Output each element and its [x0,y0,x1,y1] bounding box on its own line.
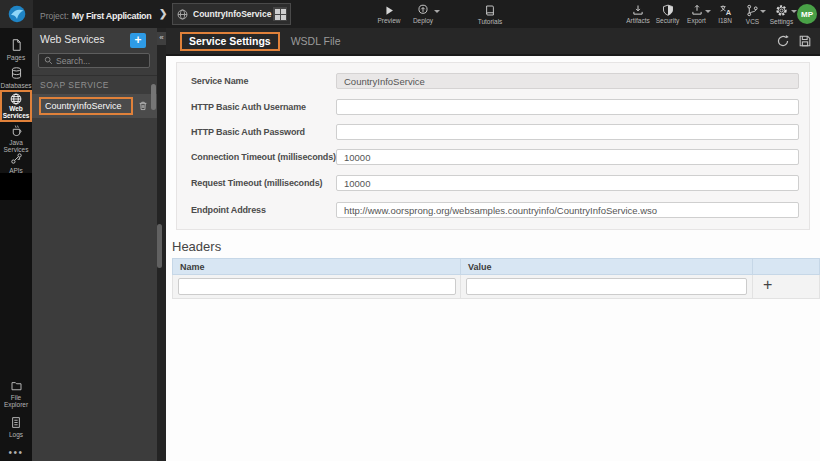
globe-icon [10,93,22,105]
connection-timeout-input[interactable] [336,149,799,165]
i18n-button[interactable]: A I18N [711,0,739,28]
branch-icon [746,4,759,17]
topbar-tutorials: Tutorials [473,0,507,28]
delete-service-button[interactable] [138,100,148,111]
trash-icon [138,100,148,111]
panel-title: Web Services [40,28,105,50]
endpoint-address-input[interactable] [336,202,799,218]
form-row-connection-timeout: Connection Timeout (milliseconds) [177,149,809,165]
api-icon [10,152,23,165]
log-file-icon [10,416,22,429]
service-settings-form: Service Name HTTP Basic Auth Username HT… [176,62,810,230]
vcs-button[interactable]: VCS [739,0,766,28]
rail-overflow-button[interactable]: ••• [0,447,32,458]
form-row-password: HTTP Basic Auth Password [177,124,809,140]
form-row-request-timeout: Request Timeout (milliseconds) [177,175,809,191]
collapse-strip: « [157,28,166,461]
topbar-actions-left: Preview Deploy [372,0,440,28]
project-breadcrumb: Project:My First Application [40,0,152,28]
deploy-button[interactable]: Deploy [406,0,440,28]
search-box[interactable] [38,53,150,68]
settings-button[interactable]: Settings [766,0,797,28]
http-password-input[interactable] [336,124,799,140]
main-area: Service Settings WSDL File Service Name … [166,28,820,461]
app-window: Project:My First Application ❯ CountryIn… [0,0,820,461]
add-service-button[interactable]: + [130,33,146,48]
sidebar-item-apis[interactable]: APIs [0,152,32,171]
shield-icon [662,4,674,16]
service-list-item[interactable]: CountryInfoService [32,94,157,118]
gear-icon [775,4,788,17]
sidebar-item-web-services[interactable]: Web Services [0,90,32,122]
request-timeout-input[interactable] [336,175,799,191]
breadcrumb-service-name: CountryInfoService [193,9,273,19]
service-item-label: CountryInfoService [41,101,122,111]
artifacts-button[interactable]: Artifacts [623,0,653,28]
panel-divider [32,75,157,76]
service-item-highlight[interactable]: CountryInfoService [39,97,133,115]
save-icon[interactable] [798,34,812,48]
page-icon [10,38,23,52]
deploy-chevron-icon [434,10,440,13]
headers-table-row: + [172,275,820,299]
user-avatar[interactable]: MP [797,4,817,24]
http-username-input[interactable] [336,99,799,115]
preview-button[interactable]: Preview [372,0,406,28]
soap-service-section-label: SOAP SERVICE [40,80,109,90]
app-logo[interactable] [0,0,33,28]
add-header-button[interactable]: + [763,276,772,294]
field-label: Service Name [191,73,248,89]
sidebar-item-pages[interactable]: Pages [0,38,32,64]
headers-table-header: Name Value [172,258,820,275]
book-icon [484,4,496,17]
sidebar-item-file-explorer[interactable]: File Explorer [0,380,32,406]
coffee-cup-icon [10,124,23,137]
form-row-username: HTTP Basic Auth Username [177,99,809,115]
refresh-icon[interactable] [776,34,790,48]
tab-wsdl-file[interactable]: WSDL File [291,35,341,47]
header-name-input[interactable] [178,278,456,295]
security-button[interactable]: Security [653,0,682,28]
folder-icon [10,380,23,392]
breadcrumb-chevron-icon: ❯ [159,8,167,19]
service-name-input[interactable] [336,73,799,89]
topbar: Project:My First Application ❯ CountryIn… [0,0,820,28]
search-icon [44,56,53,65]
column-value: Value [461,259,752,275]
download-icon [632,4,644,16]
column-name: Name [173,259,460,275]
tutorials-button[interactable]: Tutorials [473,0,507,28]
upload-icon [691,4,703,16]
sidebar-item-logs[interactable]: Logs [0,416,32,435]
sidebar-item-java-services[interactable]: Java Services [0,124,32,151]
database-icon [10,66,23,80]
form-row-endpoint: Endpoint Address [177,202,809,218]
play-icon [384,5,395,16]
header-value-input[interactable] [466,278,747,295]
headers-section-title: Headers [172,239,221,254]
translate-icon: A [719,4,732,16]
cloud-upload-icon [416,4,430,16]
active-service-selector[interactable]: CountryInfoService [172,3,291,25]
field-label: Request Timeout (milliseconds) [191,175,322,191]
rail-divider-block [0,173,32,200]
globe-icon [177,9,188,20]
export-button[interactable]: Export [682,0,711,28]
sidebar-item-databases[interactable]: Databases [0,66,32,91]
content-area: Service Name HTTP Basic Auth Username HT… [166,56,820,461]
tab-service-settings[interactable]: Service Settings [180,32,280,51]
collapse-panel-button[interactable]: « [157,32,166,45]
left-rail: Pages Databases Web Services Java Servic… [0,28,32,461]
field-label: HTTP Basic Auth Username [191,99,306,115]
topbar-tools: Artifacts Security Export A I18N VCS [623,0,797,28]
service-grid-icon[interactable] [273,7,287,21]
panel-scrollbar-thumb[interactable] [151,84,156,110]
project-label: Project: [40,11,69,21]
field-label: HTTP Basic Auth Password [191,124,305,140]
project-name: My First Application [72,11,152,21]
wavemaker-logo-icon [8,5,26,23]
content-scrollbar-thumb[interactable] [157,224,162,268]
svg-text:A: A [725,8,731,16]
search-input[interactable] [56,56,144,66]
headers-table: Name Value + [172,258,820,299]
